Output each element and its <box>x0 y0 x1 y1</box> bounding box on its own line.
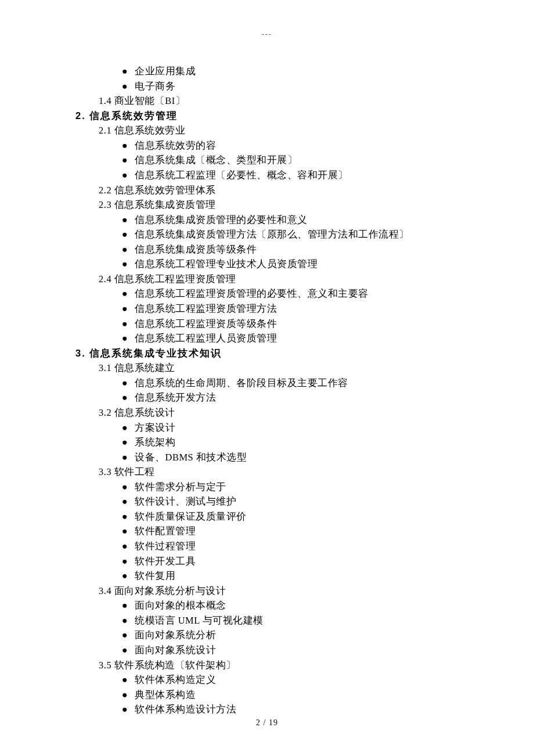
list-item-text: 软件需求分析与定于 <box>134 481 226 492</box>
line-text: 1.4 商业智能〔BI〕 <box>99 95 185 106</box>
list-item: ●信息系统开发方法 <box>75 390 476 405</box>
list-item-text: 信息系统集成资质管理方法〔原那么、管理方法和工作流程〕 <box>134 229 409 240</box>
list-item: ●信息系统工程监理〔必要性、概念、容和开展〕 <box>75 168 476 183</box>
list-item: ●信息系统工程监理资质管理的必要性、意义和主要容 <box>75 286 476 301</box>
list-item-text: 信息系统的生命周期、各阶段目标及主要工作容 <box>134 377 348 388</box>
list-item-text: 软件配置管理 <box>134 525 196 537</box>
heading-level-2: 3.3 软件工程 <box>75 465 476 480</box>
list-item-text: 信息系统工程监理资质等级条件 <box>134 318 277 329</box>
list-item-text: 方案设计 <box>134 422 175 433</box>
line-text: 3.5 软件系统构造〔软件架构〕 <box>99 660 236 671</box>
bullet-icon: ● <box>122 435 134 450</box>
list-item-text: 信息系统效劳的容 <box>134 140 216 151</box>
list-item: ●系统架构 <box>75 435 476 450</box>
bullet-icon: ● <box>122 301 134 316</box>
list-item-text: 电子商务 <box>134 81 175 92</box>
list-item: ●信息系统的生命周期、各阶段目标及主要工作容 <box>75 376 476 391</box>
line-text: 2.4 信息系统工程监理资质管理 <box>99 273 236 285</box>
bullet-icon: ● <box>122 242 134 257</box>
list-item-text: 软件质量保证及质量评价 <box>134 511 247 522</box>
heading-level-2: 2.3 信息系统集成资质管理 <box>75 197 476 213</box>
list-item: ●面向对象系统分析 <box>75 628 476 643</box>
list-item-text: 信息系统工程监理〔必要性、概念、容和开展〕 <box>134 170 348 181</box>
page: --- ●企业应用集成●电子商务1.4 商业智能〔BI〕2. 信息系统效劳管理2… <box>0 0 534 756</box>
line-text: 3.4 面向对象系统分析与设计 <box>99 585 226 596</box>
heading-level-1: 3. 信息系统集成专业技术知识 <box>75 346 476 361</box>
list-item: ●信息系统集成资质等级条件 <box>75 242 476 257</box>
list-item: ●面向对象系统设计 <box>75 643 476 658</box>
list-item-text: 统模语言 UML 与可视化建模 <box>134 615 264 626</box>
line-text: 2.3 信息系统集成资质管理 <box>99 199 216 210</box>
bullet-icon: ● <box>122 420 134 435</box>
list-item-text: 面向对象系统设计 <box>134 645 216 656</box>
bullet-icon: ● <box>122 702 134 717</box>
heading-level-2: 3.1 信息系统建立 <box>75 361 476 376</box>
list-item: ●信息系统效劳的容 <box>75 138 476 153</box>
header-mark: --- <box>0 29 534 40</box>
bullet-icon: ● <box>122 524 134 539</box>
list-item-text: 系统架构 <box>134 437 175 448</box>
line-text: 2.1 信息系统效劳业 <box>99 125 185 136</box>
heading-level-2: 2.2 信息系统效劳管理体系 <box>75 183 476 198</box>
list-item: ●信息系统集成资质管理方法〔原那么、管理方法和工作流程〕 <box>75 227 476 242</box>
list-item-text: 软件体系构造定义 <box>134 674 216 685</box>
heading-level-1: 2. 信息系统效劳管理 <box>75 109 476 124</box>
list-item-text: 软件复用 <box>134 570 175 581</box>
list-item: ●典型体系构造 <box>75 687 476 703</box>
list-item: ●方案设计 <box>75 420 476 435</box>
list-item-text: 软件过程管理 <box>134 541 196 552</box>
list-item-text: 信息系统开发方法 <box>134 392 216 403</box>
bullet-icon: ● <box>122 628 134 643</box>
list-item: ●软件质量保证及质量评价 <box>75 509 476 524</box>
list-item: ●信息系统集成资质管理的必要性和意义 <box>75 213 476 228</box>
list-item: ●电子商务 <box>75 79 476 94</box>
bullet-icon: ● <box>122 257 134 272</box>
bullet-icon: ● <box>122 227 134 242</box>
list-item-text: 软件开发工具 <box>134 556 196 567</box>
bullet-icon: ● <box>122 687 134 703</box>
line-text: 3.3 软件工程 <box>99 466 155 477</box>
list-item-text: 信息系统集成资质等级条件 <box>134 244 257 255</box>
heading-level-2: 1.4 商业智能〔BI〕 <box>75 93 476 109</box>
list-item-text: 信息系统工程监理人员资质管理 <box>134 333 277 344</box>
list-item: ●软件配置管理 <box>75 524 476 539</box>
bullet-icon: ● <box>122 643 134 658</box>
line-text: 3.2 信息系统设计 <box>99 407 175 418</box>
list-item: ●软件复用 <box>75 568 476 584</box>
bullet-icon: ● <box>122 450 134 465</box>
bullet-icon: ● <box>122 613 134 628</box>
list-item-text: 设备、DBMS 和技术选型 <box>134 452 247 463</box>
line-text: 3. 信息系统集成专业技术知识 <box>75 348 222 358</box>
list-item: ●统模语言 UML 与可视化建模 <box>75 613 476 628</box>
heading-level-2: 3.4 面向对象系统分析与设计 <box>75 584 476 599</box>
list-item: ●软件体系构造定义 <box>75 672 476 687</box>
bullet-icon: ● <box>122 494 134 509</box>
heading-level-2: 3.5 软件系统构造〔软件架构〕 <box>75 658 476 673</box>
bullet-icon: ● <box>122 509 134 524</box>
heading-level-2: 3.2 信息系统设计 <box>75 405 476 420</box>
list-item: ●信息系统集成〔概念、类型和开展〕 <box>75 153 476 168</box>
bullet-icon: ● <box>122 286 134 301</box>
list-item: ●软件开发工具 <box>75 554 476 569</box>
list-item: ●设备、DBMS 和技术选型 <box>75 450 476 465</box>
line-text: 2. 信息系统效劳管理 <box>75 110 178 121</box>
list-item: ●信息系统工程监理人员资质管理 <box>75 331 476 346</box>
list-item-text: 软件体系构造设计方法 <box>134 704 236 715</box>
list-item-text: 信息系统工程管理专业技术人员资质管理 <box>134 258 317 269</box>
bullet-icon: ● <box>122 153 134 168</box>
list-item-text: 信息系统集成资质管理的必要性和意义 <box>134 214 308 225</box>
list-item: ●信息系统工程监理资质等级条件 <box>75 316 476 332</box>
list-item-text: 企业应用集成 <box>134 66 196 77</box>
list-item: ●面向对象的根本概念 <box>75 598 476 613</box>
bullet-icon: ● <box>122 168 134 183</box>
line-text: 2.2 信息系统效劳管理体系 <box>99 185 216 196</box>
list-item: ●软件体系构造设计方法 <box>75 702 476 717</box>
bullet-icon: ● <box>122 480 134 495</box>
list-item-text: 面向对象系统分析 <box>134 629 216 640</box>
heading-level-2: 2.4 信息系统工程监理资质管理 <box>75 272 476 287</box>
list-item-text: 信息系统工程监理资质管理方法 <box>134 303 277 314</box>
bullet-icon: ● <box>122 138 134 153</box>
line-text: 3.1 信息系统建立 <box>99 362 175 373</box>
heading-level-2: 2.1 信息系统效劳业 <box>75 123 476 138</box>
bullet-icon: ● <box>122 376 134 391</box>
